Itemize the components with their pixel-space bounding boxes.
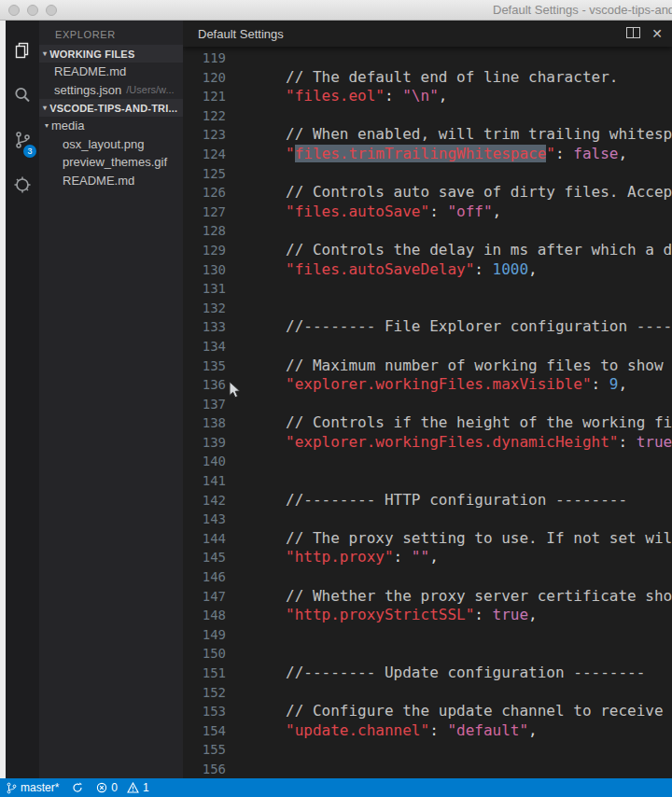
code-line[interactable]: 152	[183, 683, 672, 703]
code-line[interactable]: 132	[183, 299, 672, 318]
activitybar-git[interactable]: 3	[6, 118, 39, 162]
code-line[interactable]: 145"http.proxy": "",	[183, 548, 672, 567]
code-token: // When enabled, will trim trailing whit…	[286, 125, 672, 143]
code-token: //-------- HTTP configuration --------	[286, 491, 627, 509]
sidebar-title: EXPLORER	[39, 21, 183, 45]
line-number: 135	[183, 357, 226, 376]
code-line[interactable]: 147// Whether the proxy server certifica…	[183, 587, 672, 607]
code-token: // Whether the proxy server certificate …	[286, 587, 672, 605]
split-editor-icon[interactable]	[626, 25, 640, 42]
code-line[interactable]: 119	[183, 49, 672, 68]
close-editor-icon[interactable]: ✕	[651, 27, 663, 40]
code-line[interactable]: 133//-------- File Explorer configuratio…	[183, 317, 672, 337]
code-line[interactable]: 149	[183, 625, 672, 645]
code-line[interactable]: 125	[183, 164, 672, 184]
working-file-settings-json[interactable]: settings.json /Users/w...	[39, 81, 183, 100]
tree-item-osx-layout[interactable]: osx_layout.png	[39, 135, 183, 154]
code-line[interactable]: 155	[183, 740, 672, 760]
code-line[interactable]: 124"files.trimTrailingWhitespace": false…	[183, 145, 672, 164]
code-text	[226, 49, 286, 66]
line-number: 133	[183, 317, 226, 337]
code-token: // The default end of line character.	[286, 68, 618, 86]
line-number: 147	[183, 587, 226, 607]
minimize-window-button[interactable]	[27, 5, 38, 16]
folder-section-header[interactable]: ▾ VSCODE-TIPS-AND-TRI...	[39, 99, 183, 117]
code-area[interactable]: 119120// The default end of line charact…	[183, 47, 672, 778]
code-line[interactable]: 144// The proxy setting to use. If not s…	[183, 529, 672, 549]
code-line[interactable]: 142//-------- HTTP configuration -------…	[183, 491, 672, 510]
code-token: "http.proxyStrictSSL"	[286, 606, 474, 623]
tree-item-readme[interactable]: README.md	[39, 172, 183, 190]
working-file-readme[interactable]: README.md	[39, 63, 183, 81]
zoom-window-button[interactable]	[46, 5, 57, 16]
code-line[interactable]: 122	[183, 106, 672, 126]
close-window-button[interactable]	[8, 5, 20, 16]
sync-status[interactable]	[72, 778, 83, 797]
code-token: :	[474, 606, 492, 623]
code-text	[226, 625, 286, 643]
code-line[interactable]: 143	[183, 510, 672, 529]
folder-label: media	[51, 119, 84, 133]
file-label: README.md	[54, 64, 126, 78]
chevron-expanded-icon: ▾	[45, 121, 49, 130]
code-text: "http.proxyStrictSSL": true,	[226, 606, 538, 623]
code-token: false	[573, 145, 618, 162]
code-line[interactable]: 154"update.channel": "default",	[183, 721, 672, 741]
code-token: ,	[528, 260, 538, 278]
tree-item-media-folder[interactable]: ▾ media	[39, 117, 183, 135]
code-line[interactable]: 140	[183, 452, 672, 471]
code-line[interactable]: 150	[183, 644, 672, 664]
code-token: ,	[439, 87, 448, 105]
line-number: 145	[183, 548, 226, 567]
code-text	[226, 644, 286, 662]
code-line[interactable]: 139"explorer.workingFiles.dynamicHeight"…	[183, 433, 672, 453]
code-line[interactable]: 135// Maximum number of working files to…	[183, 357, 672, 376]
problems-status[interactable]: 0 1	[96, 778, 148, 797]
code-line[interactable]: 129// Controls the delay in ms after whi…	[183, 241, 672, 260]
code-text: "update.channel": "default",	[226, 721, 538, 739]
code-line[interactable]: 156	[183, 760, 672, 778]
code-line[interactable]: 137	[183, 395, 672, 414]
line-number: 124	[183, 145, 226, 164]
git-branch-status[interactable]: master*	[7, 778, 59, 797]
code-line[interactable]: 153// Configure the update channel to re…	[183, 702, 672, 721]
activitybar-debug[interactable]	[6, 162, 39, 207]
code-line[interactable]: 126// Controls auto save of dirty files.…	[183, 183, 672, 203]
activitybar-explorer[interactable]	[6, 28, 39, 73]
code-line[interactable]: 151//-------- Update configuration -----…	[183, 664, 672, 683]
line-number: 132	[183, 299, 226, 318]
line-number: 139	[183, 433, 226, 453]
code-text	[226, 299, 286, 316]
code-line[interactable]: 123// When enabled, will trim trailing w…	[183, 125, 672, 145]
code-text: //-------- File Explorer configuration -…	[226, 317, 672, 335]
line-number: 152	[183, 683, 226, 703]
tree-item-preview-themes[interactable]: preview_themes.gif	[39, 153, 183, 172]
code-text	[226, 279, 286, 297]
line-number: 126	[183, 183, 226, 203]
code-token: "update.channel"	[286, 721, 429, 739]
code-line[interactable]: 134	[183, 337, 672, 357]
warning-count: 1	[143, 781, 149, 794]
code-token: "explorer.workingFiles.dynamicHeight"	[286, 433, 618, 451]
code-token: :	[618, 433, 636, 451]
code-line[interactable]: 138// Controls if the height of the work…	[183, 413, 672, 433]
code-token: :	[385, 87, 402, 105]
code-token: "\n"	[402, 87, 439, 105]
code-line[interactable]: 141	[183, 471, 672, 491]
code-line[interactable]: 128	[183, 221, 672, 241]
line-number: 144	[183, 529, 226, 549]
explorer-sidebar: EXPLORER ▾ WORKING FILES README.md setti…	[39, 21, 183, 778]
code-line[interactable]: 136"explorer.workingFiles.maxVisible": 9…	[183, 375, 672, 395]
code-line[interactable]: 131	[183, 279, 672, 299]
editor-tab-title[interactable]: Default Settings	[198, 27, 284, 41]
working-files-header[interactable]: ▾ WORKING FILES	[39, 45, 183, 63]
code-line[interactable]: 148"http.proxyStrictSSL": true,	[183, 606, 672, 625]
main-area: 3 EXPLORER ▾ WORKING FILES R	[0, 21, 672, 778]
code-line[interactable]: 120// The default end of line character.	[183, 68, 672, 88]
code-line[interactable]: 121"files.eol": "\n",	[183, 87, 672, 106]
code-token: true	[493, 606, 529, 623]
code-line[interactable]: 130"files.autoSaveDelay": 1000,	[183, 260, 672, 280]
activitybar-search[interactable]	[6, 73, 39, 118]
code-line[interactable]: 146	[183, 567, 672, 587]
code-line[interactable]: 127"files.autoSave": "off",	[183, 203, 672, 222]
